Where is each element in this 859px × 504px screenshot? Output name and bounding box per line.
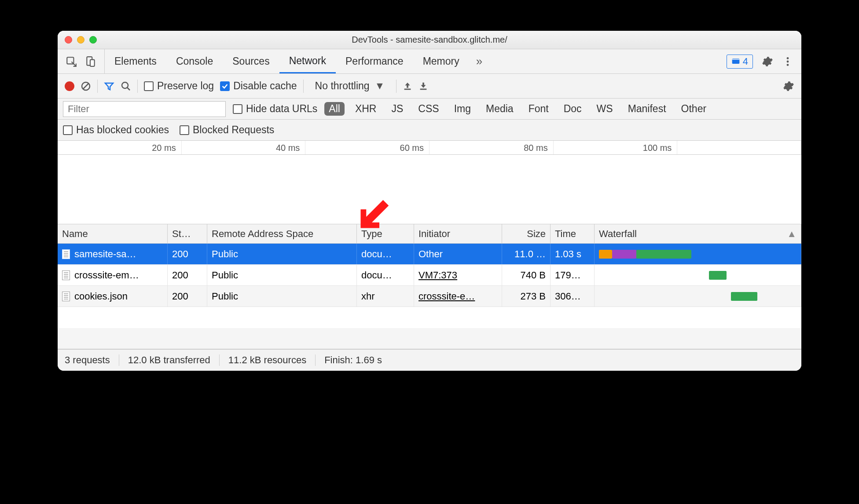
table-header-row: Name St… Remote Address Space Type Initi… xyxy=(58,224,801,244)
status-bar: 3 requests 12.0 kB transferred 11.2 kB r… xyxy=(58,350,801,371)
tab-network[interactable]: Network xyxy=(279,49,336,73)
waterfall-bar xyxy=(731,292,757,301)
cell-type: xhr xyxy=(357,286,414,307)
kebab-menu-icon[interactable] xyxy=(782,56,793,67)
close-window-button[interactable] xyxy=(65,36,72,44)
filter-type-img[interactable]: Img xyxy=(450,102,475,116)
filter-type-manifest[interactable]: Manifest xyxy=(624,102,671,116)
tab-console[interactable]: Console xyxy=(166,49,223,73)
cell-initiator: Other xyxy=(414,244,502,264)
tab-memory[interactable]: Memory xyxy=(413,49,469,73)
cell-time: 1.03 s xyxy=(551,244,595,264)
issues-count: 4 xyxy=(743,56,748,67)
network-settings-icon[interactable] xyxy=(783,80,794,92)
filter-row-2: Has blocked cookies Blocked Requests xyxy=(58,120,801,141)
tab-performance[interactable]: Performance xyxy=(336,49,413,73)
waterfall-bar xyxy=(709,271,727,280)
filter-input[interactable] xyxy=(63,101,226,117)
preserve-log-checkbox[interactable]: Preserve log xyxy=(144,80,214,92)
column-header-status[interactable]: St… xyxy=(168,224,207,243)
cell-waterfall xyxy=(595,244,801,264)
table-row[interactable]: crosssite-em…200Publicdocu…VM7:373740 B1… xyxy=(58,265,801,286)
tab-elements[interactable]: Elements xyxy=(105,49,166,73)
column-header-initiator[interactable]: Initiator xyxy=(414,224,502,243)
has-blocked-cookies-checkbox[interactable]: Has blocked cookies xyxy=(63,124,169,136)
traffic-lights xyxy=(58,36,97,44)
column-header-waterfall[interactable]: Waterfall ▲ xyxy=(595,224,801,243)
filter-type-other[interactable]: Other xyxy=(677,102,711,116)
cell-size: 740 B xyxy=(502,265,551,285)
svg-rect-2 xyxy=(90,59,95,66)
timeline-tick: 80 ms xyxy=(430,141,554,154)
table-row[interactable]: samesite-sa…200Publicdocu…Other11.0 …1.0… xyxy=(58,244,801,265)
chevron-down-icon: ▼ xyxy=(375,80,385,92)
svg-point-6 xyxy=(787,64,789,66)
table-row[interactable]: cookies.json200Publicxhrcrosssite-e…273 … xyxy=(58,286,801,307)
filter-type-media[interactable]: Media xyxy=(481,102,518,116)
column-header-time[interactable]: Time xyxy=(551,224,595,243)
cell-size: 273 B xyxy=(502,286,551,307)
filter-icon[interactable] xyxy=(104,81,114,91)
cell-type: docu… xyxy=(357,244,414,264)
column-header-size[interactable]: Size xyxy=(502,224,551,243)
timeline-overview[interactable]: 20 ms40 ms60 ms80 ms100 ms xyxy=(58,141,801,224)
filter-type-ws[interactable]: WS xyxy=(592,102,617,116)
cell-status: 200 xyxy=(168,244,207,264)
cell-name: samesite-sa… xyxy=(58,244,168,264)
timeline-tick: 60 ms xyxy=(305,141,430,154)
issues-badge[interactable]: 4 xyxy=(727,55,753,69)
filter-type-xhr[interactable]: XHR xyxy=(351,102,381,116)
waterfall-bar xyxy=(636,250,691,259)
table-empty-area xyxy=(58,307,801,349)
device-toolbar-icon[interactable] xyxy=(85,56,96,67)
filter-type-js[interactable]: JS xyxy=(387,102,407,116)
file-icon xyxy=(62,249,70,259)
inspect-element-icon[interactable] xyxy=(66,56,77,67)
clear-button[interactable] xyxy=(81,81,91,91)
cell-time: 179… xyxy=(551,265,595,285)
cell-status: 200 xyxy=(168,265,207,285)
search-icon[interactable] xyxy=(121,81,131,91)
divider xyxy=(303,80,304,93)
cell-initiator[interactable]: crosssite-e… xyxy=(414,286,502,307)
timeline-tick: 20 ms xyxy=(58,141,182,154)
cell-initiator[interactable]: VM7:373 xyxy=(414,265,502,285)
cell-remote: Public xyxy=(207,286,357,307)
sort-asc-icon: ▲ xyxy=(787,228,797,240)
filter-type-font[interactable]: Font xyxy=(524,102,553,116)
record-button[interactable] xyxy=(65,81,74,91)
svg-point-5 xyxy=(787,60,789,62)
timeline-tick: 100 ms xyxy=(554,141,678,154)
disable-cache-checkbox[interactable]: Disable cache xyxy=(220,80,297,92)
more-tabs-button[interactable]: » xyxy=(469,55,489,68)
filter-type-doc[interactable]: Doc xyxy=(559,102,586,116)
hide-data-urls-checkbox[interactable]: Hide data URLs xyxy=(233,103,317,115)
download-har-icon[interactable] xyxy=(418,81,428,91)
cell-time: 306… xyxy=(551,286,595,307)
throttling-select[interactable]: No throttling ▼ xyxy=(310,80,390,92)
waterfall-bar xyxy=(599,250,612,259)
svg-point-8 xyxy=(122,82,128,88)
minimize-window-button[interactable] xyxy=(77,36,84,44)
settings-icon[interactable] xyxy=(762,56,773,67)
filter-type-all[interactable]: All xyxy=(324,102,345,116)
devtools-window: DevTools - samesite-sandbox.glitch.me/ E… xyxy=(58,31,801,371)
svg-rect-10 xyxy=(420,88,427,90)
filter-type-css[interactable]: CSS xyxy=(414,102,443,116)
tab-sources[interactable]: Sources xyxy=(223,49,279,73)
cell-name: crosssite-em… xyxy=(58,265,168,285)
annotation-arrow-icon xyxy=(357,194,394,232)
column-header-remote-address-space[interactable]: Remote Address Space xyxy=(207,224,357,243)
divider xyxy=(97,80,98,93)
status-transferred: 12.0 kB transferred xyxy=(119,354,220,366)
column-header-name[interactable]: Name xyxy=(58,224,168,243)
maximize-window-button[interactable] xyxy=(89,36,97,44)
filter-row: Hide data URLs AllXHRJSCSSImgMediaFontDo… xyxy=(58,99,801,120)
status-requests: 3 requests xyxy=(65,354,119,366)
upload-har-icon[interactable] xyxy=(403,81,412,91)
svg-rect-9 xyxy=(404,88,411,90)
cell-size: 11.0 … xyxy=(502,244,551,264)
blocked-requests-checkbox[interactable]: Blocked Requests xyxy=(180,124,274,136)
waterfall-bar xyxy=(612,250,636,259)
cell-remote: Public xyxy=(207,265,357,285)
